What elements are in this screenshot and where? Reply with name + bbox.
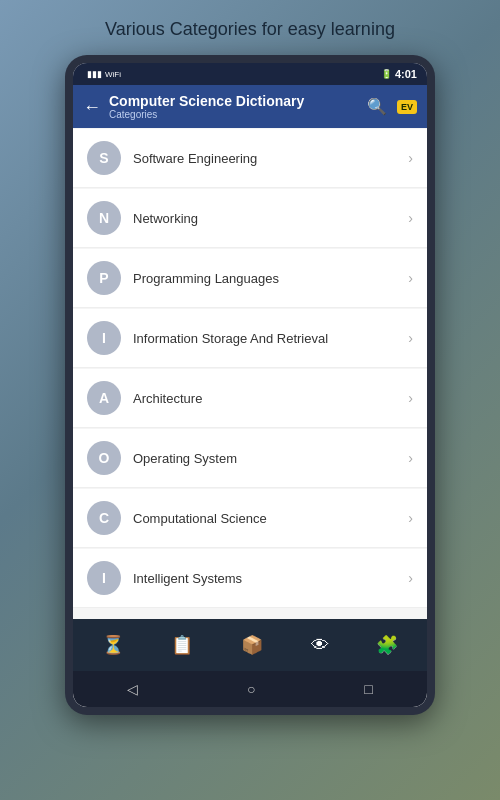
chevron-right-icon: › <box>408 570 413 586</box>
chevron-right-icon: › <box>408 390 413 406</box>
app-bar-subtitle: Categories <box>109 109 304 120</box>
nav-recents-button[interactable]: □ <box>354 677 382 701</box>
category-avatar: N <box>87 201 121 235</box>
app-bar-right: 🔍 EV <box>367 97 417 116</box>
phone-screen: ▮▮▮ WiFi 🔋 4:01 ← Computer Science Dicti… <box>73 63 427 707</box>
list-item[interactable]: NNetworking› <box>73 189 427 248</box>
list-item[interactable]: IInformation Storage And Retrieval› <box>73 309 427 368</box>
category-label: Architecture <box>133 391 396 406</box>
chevron-right-icon: › <box>408 210 413 226</box>
ev-badge[interactable]: EV <box>397 100 417 114</box>
app-bar-title-group: Computer Science Dictionary Categories <box>109 93 304 120</box>
search-icon[interactable]: 🔍 <box>367 97 387 116</box>
nav-timer-button[interactable]: ⏳ <box>94 630 132 660</box>
list-item[interactable]: PProgramming Languages› <box>73 249 427 308</box>
chevron-right-icon: › <box>408 510 413 526</box>
category-avatar: P <box>87 261 121 295</box>
category-label: Intelligent Systems <box>133 571 396 586</box>
category-avatar: I <box>87 561 121 595</box>
signal-icon: ▮▮▮ <box>87 69 102 79</box>
bottom-nav: ⏳📋📦👁🧩 <box>73 619 427 671</box>
status-left: ▮▮▮ WiFi <box>83 69 377 79</box>
list-item[interactable]: CComputational Science› <box>73 489 427 548</box>
battery-icon: 🔋 <box>381 69 392 79</box>
list-item[interactable]: SSoftware Engineering› <box>73 129 427 188</box>
chevron-right-icon: › <box>408 330 413 346</box>
chevron-right-icon: › <box>408 450 413 466</box>
nav-box-button[interactable]: 📦 <box>233 630 271 660</box>
status-time: 4:01 <box>395 68 417 80</box>
nav-home-button[interactable]: ○ <box>237 677 265 701</box>
category-label: Software Engineering <box>133 151 396 166</box>
list-item[interactable]: OOperating System› <box>73 429 427 488</box>
phone-frame: ▮▮▮ WiFi 🔋 4:01 ← Computer Science Dicti… <box>65 55 435 715</box>
nav-back-button[interactable]: ◁ <box>117 677 148 701</box>
list-item[interactable]: AArchitecture› <box>73 369 427 428</box>
app-bar-left: ← Computer Science Dictionary Categories <box>83 93 304 120</box>
app-bar: ← Computer Science Dictionary Categories… <box>73 85 427 128</box>
list-item[interactable]: IIntelligent Systems› <box>73 549 427 608</box>
category-list: SSoftware Engineering›NNetworking›PProgr… <box>73 128 427 619</box>
nav-view-button[interactable]: 👁 <box>303 631 337 660</box>
category-avatar: C <box>87 501 121 535</box>
nav-puzzle-button[interactable]: 🧩 <box>368 630 406 660</box>
page-header-title: Various Categories for easy learning <box>75 0 425 55</box>
category-avatar: A <box>87 381 121 415</box>
category-avatar: O <box>87 441 121 475</box>
android-nav-bar: ◁ ○ □ <box>73 671 427 707</box>
category-label: Operating System <box>133 451 396 466</box>
chevron-right-icon: › <box>408 270 413 286</box>
status-right: 🔋 4:01 <box>381 68 417 80</box>
wifi-icon: WiFi <box>105 70 121 79</box>
nav-list-button[interactable]: 📋 <box>163 630 201 660</box>
back-button[interactable]: ← <box>83 98 101 116</box>
category-label: Information Storage And Retrieval <box>133 331 396 346</box>
app-bar-title: Computer Science Dictionary <box>109 93 304 109</box>
category-avatar: S <box>87 141 121 175</box>
category-label: Programming Languages <box>133 271 396 286</box>
category-avatar: I <box>87 321 121 355</box>
category-label: Networking <box>133 211 396 226</box>
chevron-right-icon: › <box>408 150 413 166</box>
category-label: Computational Science <box>133 511 396 526</box>
status-bar: ▮▮▮ WiFi 🔋 4:01 <box>73 63 427 85</box>
